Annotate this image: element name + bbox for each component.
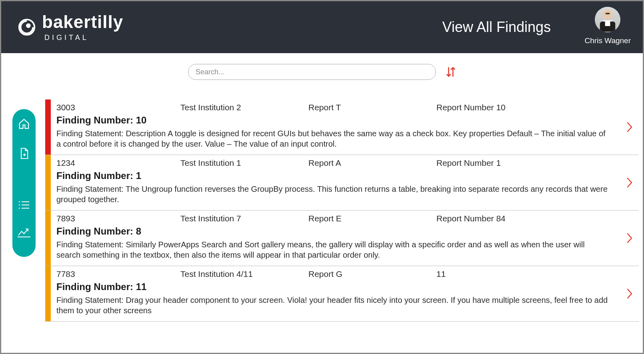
finding-number-title: Finding Number: 1 [56,170,633,181]
finding-body: 7783Test Institution 4/11Report G11Findi… [51,266,639,321]
finding-id: 7783 [56,269,180,279]
finding-id: 3003 [56,103,180,112]
chevron-right-icon[interactable] [626,232,633,244]
brand-logo-icon [17,18,36,37]
finding-number-title: Finding Number: 11 [56,281,633,292]
finding-id: 1234 [56,158,180,168]
finding-institution: Test Institution 7 [180,214,308,223]
finding-row[interactable]: 7783Test Institution 4/11Report G11Findi… [45,266,639,322]
avatar[interactable] [595,7,620,32]
finding-report-number: Report Number 10 [436,103,633,112]
svg-rect-3 [606,13,610,14]
brand-block: bakertilly DIGITAL [17,13,123,41]
finding-statement: Finding Statement: Drag your header comp… [56,295,633,316]
finding-body: 3003Test Institution 2Report TReport Num… [51,99,639,155]
finding-body: 7893Test Institution 7Report EReport Num… [51,211,639,266]
finding-meta-row: 1234Test Institution 1Report AReport Num… [56,158,633,168]
finding-id: 7893 [56,214,180,223]
finding-report: Report G [308,269,436,279]
sidebar-nav [12,109,36,257]
finding-report: Report E [308,214,436,223]
finding-body: 1234Test Institution 1Report AReport Num… [51,155,639,210]
chevron-right-icon[interactable] [626,177,633,189]
svg-point-1 [26,23,31,28]
user-name: Chris Wagner [585,36,631,45]
page-title: View All Findings [442,19,551,36]
finding-statement: Finding Statement: The Ungroup function … [56,184,633,205]
chevron-right-icon[interactable] [626,288,633,300]
nav-new-doc[interactable] [18,147,30,159]
finding-statement: Finding Statement: Description A toggle … [56,128,633,149]
chevron-right-icon[interactable] [626,121,633,133]
finding-report-number: Report Number 1 [436,158,633,168]
finding-institution: Test Institution 2 [180,103,308,112]
svg-rect-6 [605,20,610,26]
search-input[interactable] [188,64,436,80]
status-indicator [45,155,51,210]
finding-meta-row: 7893Test Institution 7Report EReport Num… [56,214,633,223]
status-indicator [45,266,51,321]
finding-report: Report A [308,158,436,168]
finding-institution: Test Institution 1 [180,158,308,168]
brand-name: bakertilly [42,13,123,31]
nav-list[interactable] [18,200,30,210]
finding-meta-row: 3003Test Institution 2Report TReport Num… [56,103,633,112]
brand-text: bakertilly DIGITAL [42,13,123,41]
status-indicator [45,211,51,266]
finding-institution: Test Institution 4/11 [180,269,308,279]
finding-meta-row: 7783Test Institution 4/11Report G11 [56,269,633,279]
sort-button[interactable] [446,66,456,78]
finding-row[interactable]: 7893Test Institution 7Report EReport Num… [45,211,639,266]
findings-list[interactable]: 3003Test Institution 2Report TReport Num… [45,99,639,349]
finding-number-title: Finding Number: 8 [56,226,633,237]
finding-statement: Finding Statement: Similarly PowerApps S… [56,239,633,260]
brand-sub: DIGITAL [42,34,123,41]
app-header: bakertilly DIGITAL View All Findings Chr… [1,1,643,53]
search-row [1,53,643,85]
finding-report-number: 11 [436,269,633,279]
finding-row[interactable]: 3003Test Institution 2Report TReport Num… [45,99,639,155]
user-block[interactable]: Chris Wagner [585,7,631,45]
finding-number-title: Finding Number: 10 [56,115,633,126]
finding-report-number: Report Number 84 [436,214,633,223]
nav-analytics[interactable] [18,227,30,238]
finding-row[interactable]: 1234Test Institution 1Report AReport Num… [45,155,639,211]
nav-home[interactable] [18,118,30,130]
finding-report: Report T [308,103,436,112]
status-indicator [45,99,51,155]
